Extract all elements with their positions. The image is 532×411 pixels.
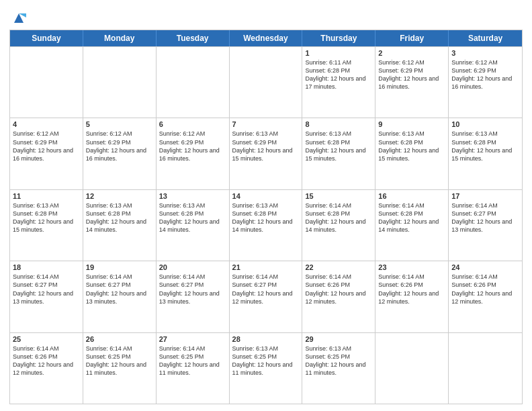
day-number: 18 [13, 263, 80, 271]
day-number: 4 [13, 120, 80, 128]
calendar-cell-0-0 [10, 47, 83, 118]
day-info: Sunrise: 6:12 AM Sunset: 6:29 PM Dayligh… [13, 130, 80, 163]
calendar-cell-4-3: 28Sunrise: 6:13 AM Sunset: 6:25 PM Dayli… [230, 333, 303, 404]
calendar-cell-1-0: 4Sunrise: 6:12 AM Sunset: 6:29 PM Daylig… [10, 118, 83, 189]
day-number: 10 [451, 120, 519, 128]
calendar-cell-4-0: 25Sunrise: 6:14 AM Sunset: 6:26 PM Dayli… [10, 333, 83, 404]
logo [9, 9, 26, 26]
day-info: Sunrise: 6:14 AM Sunset: 6:27 PM Dayligh… [86, 273, 153, 306]
day-number: 14 [232, 192, 300, 200]
header-saturday: Saturday [449, 30, 522, 46]
day-info: Sunrise: 6:14 AM Sunset: 6:28 PM Dayligh… [305, 201, 372, 234]
calendar-cell-0-3 [230, 47, 303, 118]
calendar-cell-0-4: 1Sunrise: 6:11 AM Sunset: 6:28 PM Daylig… [302, 47, 375, 118]
calendar-body: 1Sunrise: 6:11 AM Sunset: 6:28 PM Daylig… [10, 46, 522, 404]
header-thursday: Thursday [302, 30, 375, 46]
day-info: Sunrise: 6:14 AM Sunset: 6:27 PM Dayligh… [13, 273, 80, 306]
day-info: Sunrise: 6:13 AM Sunset: 6:25 PM Dayligh… [305, 345, 372, 377]
calendar-cell-4-2: 27Sunrise: 6:14 AM Sunset: 6:25 PM Dayli… [157, 333, 230, 404]
page: Sunday Monday Tuesday Wednesday Thursday… [0, 0, 532, 411]
calendar-cell-2-3: 14Sunrise: 6:13 AM Sunset: 6:28 PM Dayli… [230, 190, 303, 261]
day-number: 2 [378, 49, 445, 57]
calendar-cell-1-6: 10Sunrise: 6:13 AM Sunset: 6:28 PM Dayli… [449, 118, 522, 189]
header-monday: Monday [83, 30, 157, 46]
day-number: 29 [305, 335, 372, 343]
day-info: Sunrise: 6:14 AM Sunset: 6:27 PM Dayligh… [232, 273, 300, 306]
calendar-cell-4-4: 29Sunrise: 6:13 AM Sunset: 6:25 PM Dayli… [302, 333, 375, 404]
day-number: 13 [159, 192, 226, 200]
day-info: Sunrise: 6:14 AM Sunset: 6:26 PM Dayligh… [378, 273, 445, 306]
calendar-cell-0-6: 3Sunrise: 6:12 AM Sunset: 6:29 PM Daylig… [449, 47, 522, 118]
day-info: Sunrise: 6:12 AM Sunset: 6:29 PM Dayligh… [378, 58, 445, 91]
calendar-cell-2-0: 11Sunrise: 6:13 AM Sunset: 6:28 PM Dayli… [10, 190, 83, 261]
day-number: 17 [451, 192, 519, 200]
calendar-cell-3-2: 20Sunrise: 6:14 AM Sunset: 6:27 PM Dayli… [157, 261, 230, 332]
day-info: Sunrise: 6:14 AM Sunset: 6:25 PM Dayligh… [159, 345, 226, 377]
calendar-row-4: 25Sunrise: 6:14 AM Sunset: 6:26 PM Dayli… [10, 332, 522, 404]
day-info: Sunrise: 6:13 AM Sunset: 6:28 PM Dayligh… [378, 130, 445, 163]
calendar-header: Sunday Monday Tuesday Wednesday Thursday… [10, 30, 522, 46]
day-info: Sunrise: 6:13 AM Sunset: 6:28 PM Dayligh… [451, 130, 519, 163]
calendar-row-2: 11Sunrise: 6:13 AM Sunset: 6:28 PM Dayli… [10, 189, 522, 261]
day-number: 19 [86, 263, 153, 271]
day-number: 7 [232, 120, 300, 128]
day-number: 1 [305, 49, 372, 57]
calendar-cell-3-1: 19Sunrise: 6:14 AM Sunset: 6:27 PM Dayli… [83, 261, 157, 332]
header-tuesday: Tuesday [157, 30, 230, 46]
calendar-cell-3-4: 22Sunrise: 6:14 AM Sunset: 6:26 PM Dayli… [302, 261, 375, 332]
calendar-cell-4-1: 26Sunrise: 6:14 AM Sunset: 6:25 PM Dayli… [83, 333, 157, 404]
calendar-cell-4-6 [449, 333, 522, 404]
day-info: Sunrise: 6:13 AM Sunset: 6:28 PM Dayligh… [232, 201, 300, 234]
day-info: Sunrise: 6:13 AM Sunset: 6:28 PM Dayligh… [13, 201, 80, 234]
header-wednesday: Wednesday [230, 30, 303, 46]
day-number: 21 [232, 263, 300, 271]
day-number: 3 [451, 49, 519, 57]
calendar-cell-1-1: 5Sunrise: 6:12 AM Sunset: 6:29 PM Daylig… [83, 118, 157, 189]
day-info: Sunrise: 6:14 AM Sunset: 6:28 PM Dayligh… [378, 201, 445, 234]
day-number: 11 [13, 192, 80, 200]
day-info: Sunrise: 6:14 AM Sunset: 6:26 PM Dayligh… [13, 345, 80, 377]
day-number: 28 [232, 335, 300, 343]
day-info: Sunrise: 6:12 AM Sunset: 6:29 PM Dayligh… [451, 58, 519, 91]
calendar-cell-4-5 [375, 333, 449, 404]
calendar-cell-2-2: 13Sunrise: 6:13 AM Sunset: 6:28 PM Dayli… [157, 190, 230, 261]
day-number: 26 [86, 335, 153, 343]
calendar-cell-3-5: 23Sunrise: 6:14 AM Sunset: 6:26 PM Dayli… [375, 261, 449, 332]
day-info: Sunrise: 6:11 AM Sunset: 6:28 PM Dayligh… [305, 58, 372, 91]
day-info: Sunrise: 6:14 AM Sunset: 6:25 PM Dayligh… [86, 345, 153, 377]
calendar-cell-2-6: 17Sunrise: 6:14 AM Sunset: 6:27 PM Dayli… [449, 190, 522, 261]
day-info: Sunrise: 6:13 AM Sunset: 6:28 PM Dayligh… [305, 130, 372, 163]
calendar-cell-0-1 [83, 47, 157, 118]
day-info: Sunrise: 6:14 AM Sunset: 6:26 PM Dayligh… [305, 273, 372, 306]
day-info: Sunrise: 6:14 AM Sunset: 6:27 PM Dayligh… [159, 273, 226, 306]
day-info: Sunrise: 6:14 AM Sunset: 6:27 PM Dayligh… [451, 201, 519, 234]
calendar-row-3: 18Sunrise: 6:14 AM Sunset: 6:27 PM Dayli… [10, 261, 522, 332]
calendar-row-1: 4Sunrise: 6:12 AM Sunset: 6:29 PM Daylig… [10, 118, 522, 189]
calendar: Sunday Monday Tuesday Wednesday Thursday… [9, 30, 523, 404]
day-number: 12 [86, 192, 153, 200]
calendar-row-0: 1Sunrise: 6:11 AM Sunset: 6:28 PM Daylig… [10, 46, 522, 118]
day-number: 20 [159, 263, 226, 271]
day-info: Sunrise: 6:13 AM Sunset: 6:28 PM Dayligh… [159, 201, 226, 234]
calendar-cell-3-6: 24Sunrise: 6:14 AM Sunset: 6:26 PM Dayli… [449, 261, 522, 332]
day-number: 23 [378, 263, 445, 271]
day-number: 24 [451, 263, 519, 271]
calendar-cell-1-2: 6Sunrise: 6:12 AM Sunset: 6:29 PM Daylig… [157, 118, 230, 189]
calendar-cell-2-4: 15Sunrise: 6:14 AM Sunset: 6:28 PM Dayli… [302, 190, 375, 261]
calendar-cell-2-5: 16Sunrise: 6:14 AM Sunset: 6:28 PM Dayli… [375, 190, 449, 261]
logo-icon [11, 11, 26, 26]
day-info: Sunrise: 6:13 AM Sunset: 6:29 PM Dayligh… [232, 130, 300, 163]
day-number: 15 [305, 192, 372, 200]
day-number: 25 [13, 335, 80, 343]
day-info: Sunrise: 6:12 AM Sunset: 6:29 PM Dayligh… [159, 130, 226, 163]
day-number: 16 [378, 192, 445, 200]
calendar-cell-0-2 [157, 47, 230, 118]
header-sunday: Sunday [10, 30, 83, 46]
day-number: 8 [305, 120, 372, 128]
day-info: Sunrise: 6:13 AM Sunset: 6:28 PM Dayligh… [86, 201, 153, 234]
day-number: 22 [305, 263, 372, 271]
calendar-cell-1-4: 8Sunrise: 6:13 AM Sunset: 6:28 PM Daylig… [302, 118, 375, 189]
day-info: Sunrise: 6:13 AM Sunset: 6:25 PM Dayligh… [232, 345, 300, 377]
calendar-cell-3-3: 21Sunrise: 6:14 AM Sunset: 6:27 PM Dayli… [230, 261, 303, 332]
calendar-cell-2-1: 12Sunrise: 6:13 AM Sunset: 6:28 PM Dayli… [83, 190, 157, 261]
